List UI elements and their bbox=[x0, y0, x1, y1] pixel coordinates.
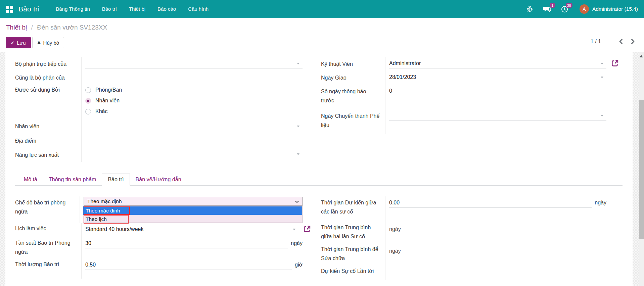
field-label: Tần suất Bảo trì Phòng ngừa bbox=[15, 237, 81, 258]
pager-next-button[interactable] bbox=[631, 38, 635, 45]
save-button[interactable]: ✔ Lưu bbox=[6, 37, 31, 48]
radio-circle-icon bbox=[85, 87, 91, 93]
close-icon: ✖ bbox=[37, 40, 41, 45]
scroll-up-icon[interactable] bbox=[640, 55, 643, 57]
control-panel: Thiết bị / Đèn sân vườn SV123XX ✔ Lưu ✖ … bbox=[0, 18, 644, 52]
caret-down-icon bbox=[601, 115, 603, 116]
field-label: Kỹ thuật Viên bbox=[321, 57, 385, 71]
field-value: Administrator bbox=[389, 60, 421, 66]
content-area: Bộ phận trực tiếp của Cũng là bộ phận củ… bbox=[0, 52, 644, 286]
employee-field[interactable] bbox=[85, 121, 303, 131]
chevron-right-icon bbox=[631, 38, 635, 45]
notebook-tabs: Mô tả Thông tin sản phẩm Bảo trì Bản vẽ/… bbox=[15, 173, 623, 186]
discard-label: Hủy bỏ bbox=[43, 40, 59, 46]
field-value: Standard 40 hours/week bbox=[85, 226, 143, 232]
breadcrumb-separator: / bbox=[31, 24, 33, 31]
field-label: Thời gian Trung bình để Sửa chữa bbox=[321, 245, 385, 267]
tab-product-info[interactable]: Thông tin sản phẩm bbox=[43, 174, 102, 185]
discard-button[interactable]: ✖ Hủy bỏ bbox=[32, 37, 64, 48]
user-menu[interactable]: Administrator (15.4) bbox=[592, 6, 638, 12]
scrap-date-field[interactable] bbox=[389, 110, 606, 121]
field-label: Bộ phận trực tiếp của bbox=[15, 57, 81, 71]
tab-maintenance[interactable]: Bảo trì bbox=[102, 174, 130, 186]
pager-previous-button[interactable] bbox=[619, 38, 623, 45]
app-title: Bảo trì bbox=[18, 5, 40, 13]
field-label: Chế độ bảo trì phòng ngừa bbox=[15, 196, 80, 223]
pager-value: 1 / 1 bbox=[591, 39, 601, 45]
menu-maintenance[interactable]: Bảo trì bbox=[96, 0, 123, 18]
field-label: Thời gian Trung bình giữa hai lần Sự cố bbox=[321, 223, 385, 245]
unit-suffix: ngày bbox=[291, 238, 303, 248]
duration-field[interactable]: 0,50 bbox=[85, 260, 292, 270]
group-maintenance-right: Thời gian Dự kiến giữa các lần sự cố 0,0… bbox=[321, 196, 606, 280]
caret-down-icon bbox=[297, 153, 300, 155]
pager: 1 / 1 bbox=[591, 38, 635, 45]
field-label: Số ngày thông báo trước bbox=[321, 85, 385, 109]
caret-down-icon bbox=[601, 63, 603, 64]
debug-bug-icon[interactable] bbox=[526, 6, 533, 12]
menu-reporting[interactable]: Báo cáo bbox=[151, 0, 182, 18]
form-actions: ✔ Lưu ✖ Hủy bỏ bbox=[6, 37, 64, 48]
field-label: Năng lực sản xuất bbox=[15, 148, 81, 162]
messages-badge: 1 bbox=[550, 3, 555, 8]
unit-suffix: giờ bbox=[295, 260, 303, 270]
activities-button[interactable]: 38 bbox=[561, 6, 568, 13]
assigned-date-field[interactable]: 28/01/2023 bbox=[389, 72, 606, 82]
apps-grid-icon[interactable] bbox=[6, 6, 13, 13]
location-field[interactable] bbox=[85, 135, 303, 145]
top-navbar: Bảo trì Bảng Thông tin Bảo trì Thiết bị … bbox=[0, 0, 644, 18]
option-default-mode[interactable]: Theo mặc định bbox=[83, 206, 302, 215]
external-link-icon[interactable] bbox=[611, 59, 619, 67]
caret-down-icon bbox=[297, 63, 300, 64]
field-label: Thời lượng Bảo trì bbox=[15, 258, 81, 279]
select-value: Theo mặc định bbox=[87, 198, 122, 204]
frequency-field[interactable]: 30 bbox=[85, 238, 288, 248]
save-label: Lưu bbox=[17, 40, 26, 46]
caret-down-icon bbox=[297, 126, 300, 127]
group-top-left: Bộ phận trực tiếp của Cũng là bộ phận củ… bbox=[15, 57, 303, 162]
radio-department[interactable]: Phòng/Ban bbox=[85, 85, 303, 95]
breadcrumb-equipment-link[interactable]: Thiết bị bbox=[6, 24, 27, 31]
technician-field[interactable]: Administrator bbox=[389, 58, 606, 68]
work-calendar-field[interactable]: Standard 40 hours/week bbox=[85, 224, 298, 234]
menu-dashboard[interactable]: Bảng Thông tin bbox=[50, 0, 96, 18]
menu-configuration[interactable]: Cấu hình bbox=[182, 0, 215, 18]
caret-down-icon bbox=[293, 229, 295, 230]
radio-employee[interactable]: Nhân viên bbox=[85, 95, 303, 106]
expected-mtbf-field[interactable]: 0,00 bbox=[389, 198, 592, 208]
group-top-right: Kỹ thuật Viên Administrator bbox=[321, 57, 606, 134]
field-label: Thời gian Dự kiến giữa các lần sự cố bbox=[321, 196, 385, 223]
breadcrumb: Thiết bị / Đèn sân vườn SV123XX bbox=[6, 24, 107, 31]
external-link-icon[interactable] bbox=[303, 225, 311, 233]
check-icon: ✔ bbox=[11, 40, 14, 45]
messages-button[interactable]: 1 bbox=[543, 6, 551, 13]
unit-suffix: ngày bbox=[595, 198, 606, 208]
radio-other[interactable]: Khác bbox=[85, 106, 303, 117]
select-dropdown: Theo mặc định Theo lịch bbox=[83, 206, 303, 223]
field-label: Nhân viên bbox=[15, 117, 81, 134]
breadcrumb-current: Đèn sân vườn SV123XX bbox=[37, 24, 107, 31]
also-part-of-field[interactable] bbox=[85, 72, 303, 82]
grid-square bbox=[10, 6, 13, 9]
field-value: 28/01/2023 bbox=[389, 74, 416, 80]
radio-selected-icon bbox=[85, 98, 91, 104]
parent-equipment-field[interactable] bbox=[85, 58, 303, 68]
grid-square bbox=[6, 6, 9, 9]
caret-down-icon bbox=[601, 77, 603, 78]
tab-drawings[interactable]: Bản vẽ/Hướng dẫn bbox=[130, 174, 187, 185]
field-label: Lịch làm việc bbox=[15, 223, 81, 237]
vertical-scrollbar[interactable] bbox=[639, 52, 644, 286]
field-label: Ngày Giao bbox=[321, 71, 385, 85]
user-avatar[interactable]: A bbox=[580, 4, 589, 14]
menu-equipment[interactable]: Thiết bị bbox=[123, 0, 151, 18]
select-chevron-icon bbox=[295, 200, 299, 203]
radio-label: Phòng/Ban bbox=[95, 87, 122, 93]
option-scheduled-mode[interactable]: Theo lịch bbox=[83, 215, 302, 223]
maintenance-mode-select[interactable]: Theo mặc định bbox=[84, 197, 303, 206]
scrollbar-thumb[interactable] bbox=[639, 100, 644, 239]
navbar-right: 1 38 A Administrator (15.4) bbox=[516, 4, 638, 14]
capacity-field[interactable] bbox=[85, 149, 303, 159]
tab-description[interactable]: Mô tả bbox=[18, 174, 43, 185]
field-value: 0 bbox=[389, 88, 392, 94]
notice-days-field[interactable]: 0 bbox=[389, 86, 606, 96]
